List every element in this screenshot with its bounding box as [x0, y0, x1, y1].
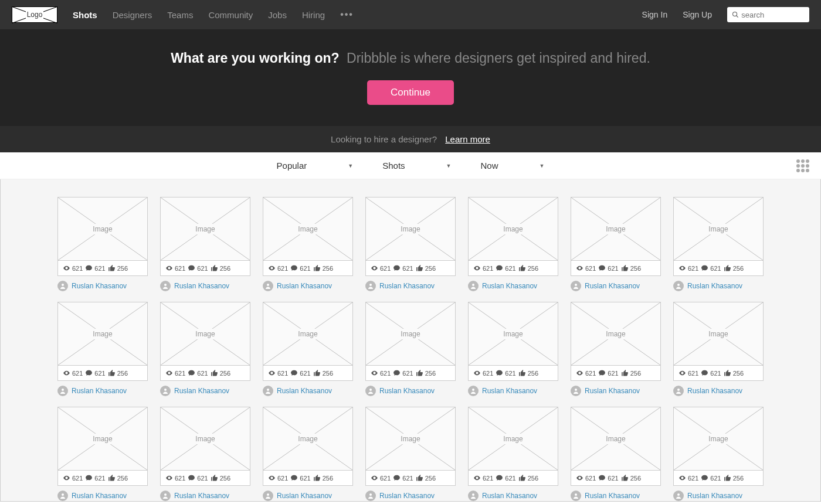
shot-box[interactable]: Image 621 621 256 [468, 302, 558, 381]
shot-thumbnail[interactable]: Image [58, 407, 147, 471]
avatar[interactable] [468, 281, 479, 291]
shot-thumbnail[interactable]: Image [366, 197, 455, 261]
shot-box[interactable]: Image 621 621 256 [673, 197, 764, 276]
nav-item-teams[interactable]: Teams [167, 10, 193, 20]
shot-box[interactable]: Image 621 621 256 [571, 197, 661, 276]
author-name-link[interactable]: Ruslan Khasanov [585, 282, 640, 290]
shot-thumbnail[interactable]: Image [571, 407, 660, 471]
nav-item-jobs[interactable]: Jobs [268, 10, 287, 20]
shot-box[interactable]: Image 621 621 256 [365, 197, 456, 276]
avatar[interactable] [468, 386, 479, 396]
avatar[interactable] [365, 491, 376, 501]
filter-time[interactable]: Now ▼ [480, 161, 544, 171]
shot-box[interactable]: Image 621 621 256 [468, 407, 558, 486]
shot-box[interactable]: Image 621 621 256 [57, 302, 148, 381]
nav-more-icon[interactable]: ••• [340, 9, 354, 20]
author-name-link[interactable]: Ruslan Khasanov [687, 282, 742, 290]
shot-box[interactable]: Image 621 621 256 [57, 197, 148, 276]
shot-thumbnail[interactable]: Image [674, 197, 763, 261]
shot-thumbnail[interactable]: Image [366, 407, 455, 471]
shot-thumbnail[interactable]: Image [469, 407, 558, 471]
author-name-link[interactable]: Ruslan Khasanov [379, 282, 435, 290]
author-name-link[interactable]: Ruslan Khasanov [174, 282, 229, 290]
avatar[interactable] [673, 386, 684, 396]
avatar[interactable] [57, 491, 68, 501]
shot-box[interactable]: Image 621 621 256 [571, 302, 661, 381]
shot-thumbnail[interactable]: Image [674, 407, 763, 471]
author-name-link[interactable]: Ruslan Khasanov [687, 387, 742, 395]
shot-thumbnail[interactable]: Image [263, 407, 352, 471]
avatar[interactable] [365, 386, 376, 396]
author-name-link[interactable]: Ruslan Khasanov [482, 282, 537, 290]
continue-button[interactable]: Continue [367, 80, 454, 105]
author-name-link[interactable]: Ruslan Khasanov [72, 282, 127, 290]
search-box[interactable] [727, 7, 809, 22]
shot-thumbnail[interactable]: Image [674, 302, 763, 366]
author-name-link[interactable]: Ruslan Khasanov [174, 387, 229, 395]
shot-box[interactable]: Image 621 621 256 [160, 302, 250, 381]
shot-box[interactable]: Image 621 621 256 [263, 407, 353, 486]
hire-learn-more-link[interactable]: Learn more [445, 134, 490, 144]
author-name-link[interactable]: Ruslan Khasanov [174, 492, 229, 500]
avatar[interactable] [673, 281, 684, 291]
author-name-link[interactable]: Ruslan Khasanov [585, 492, 640, 500]
shot-thumbnail[interactable]: Image [161, 197, 250, 261]
avatar[interactable] [160, 386, 171, 396]
shot-thumbnail[interactable]: Image [469, 302, 558, 366]
author-name-link[interactable]: Ruslan Khasanov [379, 387, 435, 395]
shot-thumbnail[interactable]: Image [263, 197, 352, 261]
shot-thumbnail[interactable]: Image [469, 197, 558, 261]
author-name-link[interactable]: Ruslan Khasanov [277, 492, 332, 500]
shot-box[interactable]: Image 621 621 256 [365, 407, 456, 486]
shot-box[interactable]: Image 621 621 256 [263, 197, 353, 276]
shot-box[interactable]: Image 621 621 256 [263, 302, 353, 381]
nav-item-designers[interactable]: Designers [113, 10, 152, 20]
avatar[interactable] [673, 491, 684, 501]
search-input[interactable] [741, 11, 805, 19]
signin-link[interactable]: Sign In [642, 10, 668, 19]
avatar[interactable] [160, 491, 171, 501]
avatar[interactable] [571, 281, 581, 291]
nav-item-hiring[interactable]: Hiring [302, 10, 325, 20]
author-name-link[interactable]: Ruslan Khasanov [379, 492, 435, 500]
shot-box[interactable]: Image 621 621 256 [673, 302, 764, 381]
nav-item-community[interactable]: Community [208, 10, 253, 20]
avatar[interactable] [468, 491, 479, 501]
shot-thumbnail[interactable]: Image [161, 407, 250, 471]
author-name-link[interactable]: Ruslan Khasanov [277, 387, 332, 395]
avatar[interactable] [160, 281, 171, 291]
avatar[interactable] [57, 386, 68, 396]
filter-sort[interactable]: Popular ▼ [277, 161, 354, 171]
author-name-link[interactable]: Ruslan Khasanov [72, 387, 127, 395]
shot-thumbnail[interactable]: Image [161, 302, 250, 366]
avatar[interactable] [263, 281, 273, 291]
shot-box[interactable]: Image 621 621 256 [365, 302, 456, 381]
shot-box[interactable]: Image 621 621 256 [160, 197, 250, 276]
avatar[interactable] [263, 491, 273, 501]
shot-box[interactable]: Image 621 621 256 [468, 197, 558, 276]
shot-box[interactable]: Image 621 621 256 [571, 407, 661, 486]
shot-thumbnail[interactable]: Image [571, 197, 660, 261]
avatar[interactable] [571, 386, 581, 396]
logo[interactable]: Logo [12, 6, 57, 23]
author-name-link[interactable]: Ruslan Khasanov [277, 282, 332, 290]
author-name-link[interactable]: Ruslan Khasanov [72, 492, 127, 500]
nav-item-shots[interactable]: Shots [73, 10, 97, 20]
author-name-link[interactable]: Ruslan Khasanov [687, 492, 742, 500]
shot-box[interactable]: Image 621 621 256 [57, 407, 148, 486]
author-name-link[interactable]: Ruslan Khasanov [585, 387, 640, 395]
author-name-link[interactable]: Ruslan Khasanov [482, 387, 537, 395]
avatar[interactable] [263, 386, 273, 396]
signup-link[interactable]: Sign Up [683, 10, 712, 19]
shot-box[interactable]: Image 621 621 256 [673, 407, 764, 486]
shot-thumbnail[interactable]: Image [58, 197, 147, 261]
shot-thumbnail[interactable]: Image [571, 302, 660, 366]
shot-thumbnail[interactable]: Image [263, 302, 352, 366]
filter-type[interactable]: Shots ▼ [382, 161, 451, 171]
shot-thumbnail[interactable]: Image [58, 302, 147, 366]
avatar[interactable] [57, 281, 68, 291]
avatar[interactable] [365, 281, 376, 291]
shot-thumbnail[interactable]: Image [366, 302, 455, 366]
shot-box[interactable]: Image 621 621 256 [160, 407, 250, 486]
avatar[interactable] [571, 491, 581, 501]
